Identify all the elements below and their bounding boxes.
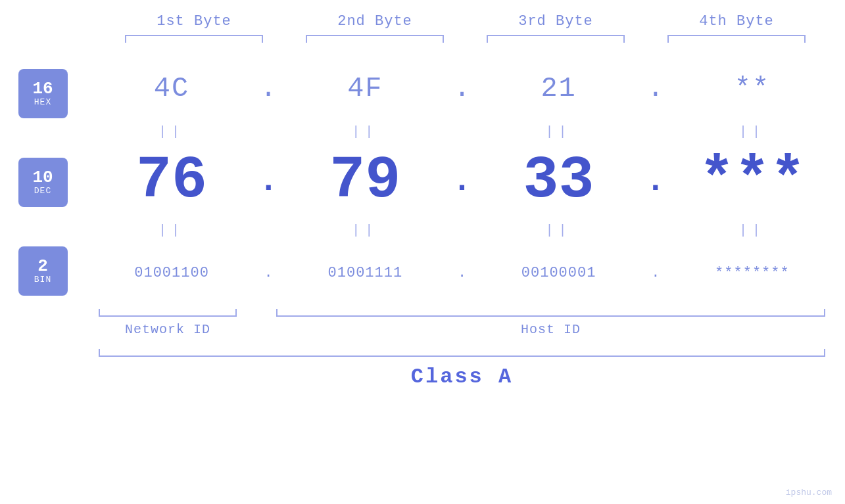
dec-dot1: .: [255, 162, 281, 200]
dec-b1-cell: 76: [96, 151, 247, 210]
host-id-label: Host ID: [521, 322, 581, 337]
bin-dot1: .: [255, 265, 281, 281]
bin-b1-cell: 01001100: [96, 265, 247, 281]
bin-b3-value: 00100001: [521, 265, 596, 281]
class-label: Class A: [411, 365, 513, 389]
hex-b1-value: 4C: [154, 73, 189, 104]
dec-b4-cell: ***: [677, 151, 828, 210]
dec-dot2: .: [448, 162, 475, 200]
bracket-2: [306, 35, 444, 43]
dec-b2-value: 79: [329, 151, 400, 210]
host-bracket: [276, 309, 825, 317]
dec-b3-value: 33: [523, 151, 594, 210]
badges-column: 16 HEX 10 DEC 2 BIN: [0, 49, 85, 348]
dec-b1-value: 76: [136, 151, 207, 210]
footer-text: ipshu.com: [786, 488, 832, 497]
byte4-header: 4th Byte: [661, 13, 812, 30]
bin-badge: 2 BIN: [18, 246, 68, 296]
dec-row: 76 . 79 . 33 . ***: [85, 141, 838, 220]
dec-badge: 10 DEC: [18, 158, 68, 207]
dec-badge-label: DEC: [34, 186, 51, 196]
content-area: 16 HEX 10 DEC 2 BIN 4C .: [0, 49, 845, 504]
equals-8: ||: [677, 223, 828, 238]
main-container: 1st Byte 2nd Byte 3rd Byte 4th Byte 16 H…: [0, 0, 845, 504]
bottom-bracket-area: Network ID Host ID: [85, 309, 838, 337]
equals-row-2: || || || ||: [85, 220, 838, 240]
data-columns: 4C . 4F . 21 . **: [85, 49, 845, 389]
class-section: Class A: [85, 349, 838, 389]
equals-5: ||: [96, 223, 247, 238]
top-brackets: [104, 35, 827, 43]
network-id-section: Network ID: [92, 309, 243, 337]
bin-badge-number: 2: [37, 258, 48, 275]
equals-1: ||: [96, 124, 247, 139]
dec-b2-cell: 79: [289, 151, 441, 210]
bracket-1: [125, 35, 263, 43]
equals-6: ||: [289, 223, 441, 238]
hex-badge-number: 16: [32, 80, 53, 97]
bin-badge-label: BIN: [34, 275, 51, 285]
class-bracket: [99, 349, 825, 357]
dec-b3-cell: 33: [483, 151, 635, 210]
bracket-3: [487, 35, 625, 43]
hex-row: 4C . 4F . 21 . **: [85, 56, 838, 122]
byte1-header: 1st Byte: [118, 13, 270, 30]
equals-row-1: || || || ||: [85, 122, 838, 141]
hex-b1-cell: 4C: [96, 73, 247, 104]
hex-b2-value: 4F: [347, 73, 383, 104]
hex-badge-label: HEX: [34, 97, 51, 107]
network-id-label: Network ID: [125, 322, 210, 337]
equals-4: ||: [677, 124, 828, 139]
bin-b2-cell: 01001111: [289, 265, 441, 281]
hex-b4-cell: **: [677, 73, 828, 104]
hex-b3-cell: 21: [483, 73, 635, 104]
host-id-section: Host ID: [270, 309, 832, 337]
bin-b4-cell: ********: [677, 265, 828, 281]
bin-dot2: .: [448, 265, 475, 281]
footer: ipshu.com: [786, 488, 832, 497]
dec-dot3: .: [642, 162, 669, 200]
dec-badge-number: 10: [32, 169, 53, 186]
equals-3: ||: [483, 124, 635, 139]
bin-b1-value: 01001100: [134, 265, 209, 281]
hex-b4-value: **: [735, 73, 770, 104]
hex-b2-cell: 4F: [289, 73, 441, 104]
byte-headers: 1st Byte 2nd Byte 3rd Byte 4th Byte: [104, 13, 827, 30]
hex-dot2: .: [448, 73, 475, 104]
bin-row: 01001100 . 01001111 . 00100001 .: [85, 240, 838, 306]
hex-dot3: .: [642, 73, 669, 104]
bin-b4-value: ********: [715, 265, 790, 281]
bin-b2-value: 01001111: [328, 265, 403, 281]
byte2-header: 2nd Byte: [299, 13, 450, 30]
dec-b4-value: ***: [699, 151, 806, 210]
hex-b3-value: 21: [541, 73, 576, 104]
bin-b3-cell: 00100001: [483, 265, 635, 281]
hex-dot1: .: [255, 73, 281, 104]
hex-badge: 16 HEX: [18, 69, 68, 118]
network-bracket: [99, 309, 237, 317]
equals-7: ||: [483, 223, 635, 238]
byte3-header: 3rd Byte: [480, 13, 631, 30]
bin-dot3: .: [642, 265, 669, 281]
equals-2: ||: [289, 124, 441, 139]
bracket-4: [667, 35, 806, 43]
